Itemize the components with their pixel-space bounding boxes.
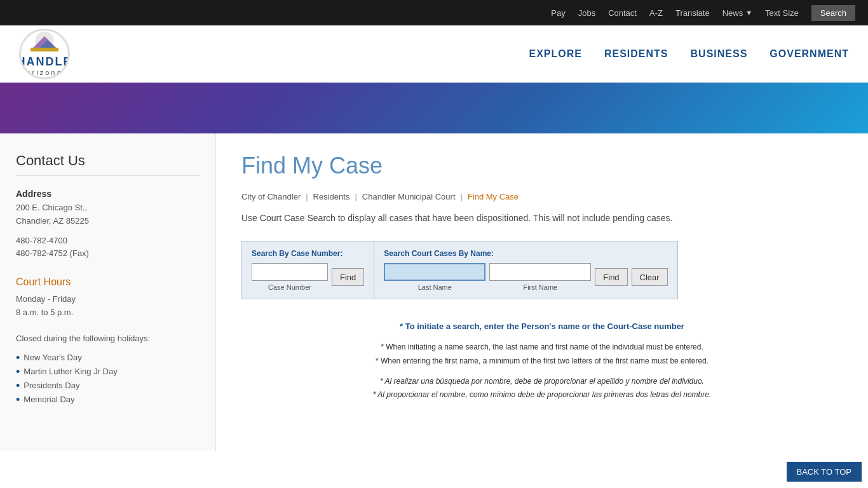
name-search-row: Last Name First Name Find Clear <box>384 263 667 291</box>
first-name-field-group: First Name <box>489 263 591 291</box>
case-number-input[interactable] <box>252 263 328 281</box>
hero-banner <box>0 83 868 133</box>
breadcrumb-sep1: | <box>306 192 308 201</box>
logo-circle: CHANDLER arizona <box>19 29 70 79</box>
instruction1: * When initiating a name search, the las… <box>241 341 843 355</box>
breadcrumb-link-residents[interactable]: Residents <box>313 192 350 201</box>
instructions-spanish: * Al realizar una búsqueda por nombre, d… <box>241 375 843 402</box>
holidays-label: Closed during the following holidays: <box>16 332 200 346</box>
name-search-label: Search Court Cases By Name: <box>384 249 667 258</box>
holidays-list: New Year's Day Martin Luther King Jr Day… <box>16 351 200 407</box>
instructions-detail: * When initiating a name search, the las… <box>241 341 843 368</box>
main-content: Find My Case City of Chandler | Resident… <box>216 133 868 451</box>
case-field-group: Case Number <box>252 263 328 291</box>
hours-weekdays: Monday - Friday <box>16 293 200 306</box>
list-item: Memorial Day <box>16 393 200 407</box>
list-item: New Year's Day <box>16 351 200 365</box>
logo-area[interactable]: CHANDLER arizona <box>19 29 76 79</box>
name-search-section: Search Court Cases By Name: Last Name Fi… <box>374 241 677 299</box>
topbar-search[interactable]: Search <box>811 5 855 21</box>
sidebar: Contact Us Address 200 E. Chicago St., C… <box>0 133 216 451</box>
last-name-field-group: Last Name <box>384 263 485 291</box>
last-name-input[interactable] <box>384 263 485 281</box>
breadcrumb-sep2: | <box>355 192 356 201</box>
search-form: Search By Case Number: Case Number Find … <box>241 241 678 299</box>
phone2: 480-782-4752 (Fax) <box>16 247 200 261</box>
address-label: Address <box>16 189 200 199</box>
topbar-az[interactable]: A-Z <box>649 8 663 18</box>
page-layout: Contact Us Address 200 E. Chicago St., C… <box>0 133 868 451</box>
first-name-input[interactable] <box>489 263 591 281</box>
main-instruction: * To initiate a search, enter the Person… <box>241 322 843 331</box>
breadcrumb-sep3: | <box>461 192 463 201</box>
topbar-translate[interactable]: Translate <box>675 8 710 18</box>
first-name-field-label: First Name <box>523 283 557 291</box>
topbar-textsize[interactable]: Text Size <box>765 8 799 18</box>
address-line1: 200 E. Chicago St., <box>16 201 200 215</box>
topbar-contact[interactable]: Contact <box>608 8 637 18</box>
topbar-news-item: News ▼ <box>722 8 752 18</box>
last-name-field-label: Last Name <box>418 283 452 291</box>
phone-numbers: 480-782-4700 480-782-4752 (Fax) <box>16 234 200 261</box>
logo-city-name: CHANDLER <box>19 55 70 69</box>
find-case-button[interactable]: Find <box>332 268 364 286</box>
topbar-pay[interactable]: Pay <box>551 8 565 18</box>
breadcrumb-current: Find My Case <box>468 192 519 201</box>
case-number-section: Search By Case Number: Case Number Find <box>242 241 374 299</box>
instruction-spanish2: * Al proporcionar el nombre, como mínimo… <box>241 388 843 402</box>
breadcrumb-link-city[interactable]: City of Chandler <box>241 192 301 201</box>
address-line2: Chandler, AZ 85225 <box>16 215 200 228</box>
topbar-news[interactable]: News <box>722 8 743 18</box>
sidebar-title: Contact Us <box>16 152 200 176</box>
nav-explore[interactable]: EXPLORE <box>529 48 581 60</box>
nav-business[interactable]: BUSINESS <box>691 48 748 60</box>
case-search-row: Case Number Find <box>252 263 364 291</box>
svg-rect-3 <box>31 48 58 51</box>
page-description: Use Court Case Search to display all cas… <box>241 211 843 225</box>
logo-mountain-svg <box>25 31 64 53</box>
main-nav-links: EXPLORE RESIDENTS BUSINESS GOVERNMENT <box>529 48 849 60</box>
phone1: 480-782-4700 <box>16 234 200 248</box>
topbar-jobs[interactable]: Jobs <box>578 8 595 18</box>
nav-residents[interactable]: RESIDENTS <box>604 48 668 60</box>
court-hours-title: Court Hours <box>16 276 200 288</box>
top-bar: Pay Jobs Contact A-Z Translate News ▼ Te… <box>0 0 868 25</box>
list-item: Martin Luther King Jr Day <box>16 365 200 379</box>
logo-state-name: arizona <box>19 69 70 76</box>
hours-time: 8 a.m. to 5 p.m. <box>16 306 200 320</box>
main-nav: CHANDLER arizona EXPLORE RESIDENTS BUSIN… <box>0 25 868 83</box>
nav-government[interactable]: GOVERNMENT <box>770 48 849 60</box>
find-name-button[interactable]: Find <box>595 268 627 286</box>
news-dropdown-icon[interactable]: ▼ <box>745 9 752 17</box>
instruction2: * When entering the first name, a minimu… <box>241 355 843 369</box>
page-title: Find My Case <box>241 152 843 179</box>
list-item: Presidents Day <box>16 379 200 393</box>
case-number-field-label: Case Number <box>268 283 311 291</box>
breadcrumb: City of Chandler | Residents | Chandler … <box>241 192 843 201</box>
case-number-label: Search By Case Number: <box>252 249 364 258</box>
breadcrumb-link-court[interactable]: Chandler Municipal Court <box>362 192 456 201</box>
instruction-spanish1: * Al realizar una búsqueda por nombre, d… <box>241 375 843 389</box>
clear-button[interactable]: Clear <box>632 268 668 286</box>
